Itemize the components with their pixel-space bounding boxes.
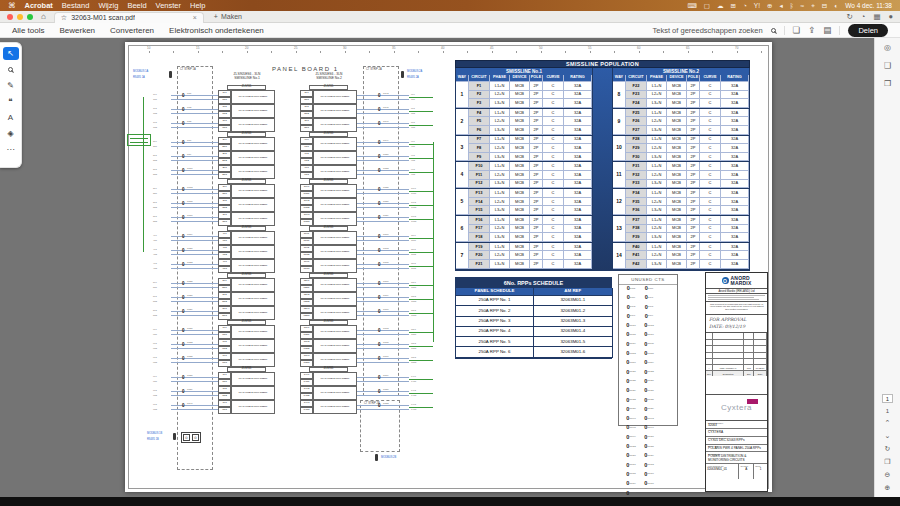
comments-panel-icon[interactable]: ❑ <box>884 61 891 70</box>
apple-menu-icon[interactable]: ⌘ <box>8 1 16 10</box>
menu-item-beeld[interactable]: Beeld <box>127 1 146 10</box>
table-cell: 2P <box>530 251 543 260</box>
table-cell: L3+N <box>647 126 667 135</box>
ct-glyph: 0 <box>182 235 185 240</box>
upload-icon[interactable]: ⇪ <box>808 25 815 35</box>
column-header: POLE <box>530 75 543 82</box>
zoom-tool[interactable] <box>3 63 19 76</box>
apps-grid-icon[interactable]: ▦ <box>873 12 880 21</box>
wire <box>357 142 409 143</box>
ct-label: CT85 <box>630 287 635 289</box>
circuit-label-cell: 1N3 <box>218 125 231 132</box>
wire-green-ext <box>409 97 433 98</box>
toolbar-item-bewerken[interactable]: Bewerken <box>59 26 95 35</box>
table-cell: MCB <box>510 206 530 215</box>
history-icon[interactable]: ↻ <box>847 12 853 21</box>
wire-green-ext <box>409 313 433 314</box>
close-window-button[interactable] <box>7 14 13 20</box>
select-tool[interactable]: ↖ <box>3 47 19 60</box>
circuit-label-cell: 9L2 <box>300 151 313 158</box>
share-button[interactable]: Delen <box>848 24 888 37</box>
wire-green-ext <box>409 379 433 380</box>
wire-tag: 12L3 <box>411 309 416 311</box>
panel-icon[interactable]: ❏ <box>793 25 801 35</box>
circuit-label-cell: 10L1 <box>300 184 313 191</box>
table-cell: L2+N <box>490 225 510 234</box>
fit-page-icon[interactable]: ❐ <box>884 458 890 466</box>
table-cell: 2P <box>530 126 543 135</box>
maximize-window-button[interactable] <box>27 14 33 20</box>
comment-tool[interactable]: ❝ <box>3 95 19 108</box>
menu-item-bestand[interactable]: Bestand <box>62 1 90 10</box>
control-center-icon[interactable]: ⊟ <box>822 2 827 9</box>
wire-tag: 2L2 <box>153 154 157 156</box>
sign-tool[interactable]: ✎ <box>3 79 19 92</box>
table-row: 250A RPP No. 132063M01-1 <box>456 296 611 306</box>
siri-icon[interactable]: ◐ <box>834 2 838 9</box>
globe-icon[interactable]: ⊕ <box>767 2 772 9</box>
messenger-icon[interactable]: Y! <box>754 2 760 9</box>
text-tool[interactable]: A <box>3 111 19 124</box>
keyboard-icon[interactable]: ⌨ <box>687 2 696 9</box>
table-cell: C <box>700 243 721 252</box>
table-cell: C <box>700 225 721 234</box>
volume-icon[interactable]: ◂ <box>779 2 782 9</box>
menu-item-wijzig[interactable]: Wijzig <box>98 1 118 10</box>
star-icon[interactable]: ☆ <box>61 14 67 22</box>
notification-icon[interactable]: ◔ <box>743 2 747 9</box>
table-row: F15L3+NMCB2PC32A <box>469 206 592 215</box>
display-icon[interactable]: ▢ <box>704 2 710 9</box>
cloud-icon[interactable]: ☁ <box>717 2 724 9</box>
table-row: F11L2+NMCB2PC32A <box>469 171 592 180</box>
close-tab-icon[interactable]: × <box>193 14 197 21</box>
minimize-window-button[interactable] <box>17 14 23 20</box>
table-cell: MCB <box>667 99 687 108</box>
page-up-icon[interactable]: ⌃ <box>885 419 891 427</box>
circuit-label-cell: 14N1 <box>300 379 313 386</box>
search-icon[interactable] <box>771 28 776 33</box>
menu-item-acrobat[interactable]: Acrobat <box>25 1 53 10</box>
pdf-page[interactable]: PANEL BOARD 1 SMISSLINE POPULATIONSMISSL… <box>125 42 772 492</box>
apps-icon[interactable]: ⊞ <box>730 2 735 9</box>
menu-item-venster[interactable]: Venster <box>156 1 181 10</box>
new-tab-button[interactable]: + Maken <box>214 13 242 20</box>
circuit-label-cell: 11L3 <box>300 259 313 266</box>
stamp-tool[interactable]: ◈ <box>3 127 19 140</box>
spotlight-icon[interactable]: ⌖ <box>811 2 815 9</box>
profile-avatar[interactable]: ● <box>888 12 893 21</box>
search-label[interactable]: Tekst of gereedschappen zoeken <box>653 26 763 35</box>
print-icon[interactable]: ▤ <box>823 25 831 35</box>
revision-value: A <box>740 467 752 471</box>
document-canvas[interactable]: PANEL BOARD 1 SMISSLINE POPULATIONSMISSL… <box>0 38 874 497</box>
table-cell: 250A RPP No. 6 <box>456 347 534 357</box>
bell-icon[interactable]: ◔ <box>861 12 866 21</box>
ct-label: CT109 <box>629 342 636 344</box>
wire-tag: 12N2 <box>411 300 416 302</box>
attachment-icon[interactable]: ◎ <box>884 43 891 52</box>
wire-tag: 12L1 <box>411 281 416 283</box>
revision-cell <box>706 359 713 364</box>
page-down-icon[interactable]: ⌄ <box>885 432 891 440</box>
toolbar-item-converteren[interactable]: Converteren <box>110 26 154 35</box>
ct-label: CT73 <box>383 327 389 329</box>
wire-tag: 7L3 <box>153 403 157 405</box>
more-tools[interactable]: ⋯ <box>3 143 19 156</box>
zoom-in-icon[interactable]: ⊕ <box>885 484 891 492</box>
wifi-icon[interactable]: ≈ <box>801 2 805 9</box>
zoom-out-icon[interactable]: ⊖ <box>885 471 891 479</box>
table-row: F20L2+NMCB2PC32A <box>469 251 592 260</box>
pages-panel-icon[interactable]: ❒ <box>884 79 891 88</box>
bluetooth-icon[interactable]: ᛒ <box>790 2 794 9</box>
page-number-input[interactable]: 1 <box>882 394 893 403</box>
table-cell: MCB <box>667 144 687 153</box>
ct-symbol: 0CT115 <box>640 351 658 360</box>
document-tab[interactable]: ☆ 32063-M01 scan.pdf × <box>54 12 204 23</box>
toolbar-item-alle[interactable]: Alle tools <box>12 26 44 35</box>
home-icon[interactable]: ⌂ <box>41 12 46 21</box>
menu-item-help[interactable]: Help <box>190 1 205 10</box>
rotate-icon[interactable]: ↻ <box>885 445 891 453</box>
toolbar-item-elektronisch[interactable]: Elektronisch ondertekenen <box>169 26 264 35</box>
table-row: F4L1+NMCB2PC32A <box>469 109 592 118</box>
wire-tag: 4L2 <box>153 248 157 250</box>
table-cell: 32A <box>564 126 592 135</box>
